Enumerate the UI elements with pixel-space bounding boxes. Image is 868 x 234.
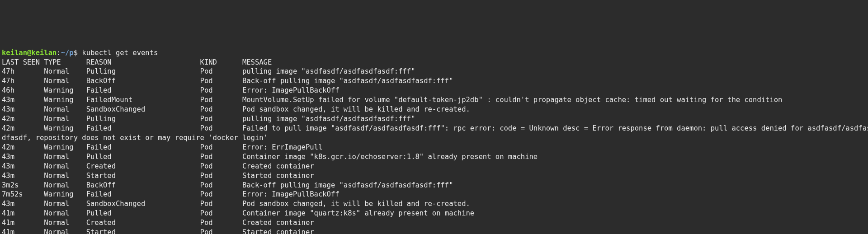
event-row: 41m Normal Created Pod Created container <box>2 219 314 227</box>
event-row: 42m Warning Failed Pod Failed to pull im… <box>2 124 868 132</box>
event-row: 43m Normal SandboxChanged Pod Pod sandbo… <box>2 200 470 208</box>
prompt-at: @ <box>27 49 31 57</box>
event-row: 43m Normal SandboxChanged Pod Pod sandbo… <box>2 105 470 113</box>
prompt-host: keilan <box>31 49 57 57</box>
prompt-colon: : <box>57 49 61 57</box>
event-row: 41m Normal Pulled Pod Container image "q… <box>2 209 474 217</box>
header-row: LAST SEEN TYPE REASON KIND MESSAGE <box>2 58 272 66</box>
prompt-path: ~/p <box>61 49 74 57</box>
event-row: 7m52s Warning Failed Pod Error: ImagePul… <box>2 190 340 198</box>
output-area: LAST SEEN TYPE REASON KIND MESSAGE 47h N… <box>2 58 868 234</box>
event-row: 41m Normal Started Pod Started container <box>2 228 314 234</box>
event-row: 3m2s Normal BackOff Pod Back-off pulling… <box>2 181 453 189</box>
event-row: dfasdf, repository does not exist or may… <box>2 134 268 142</box>
event-row: 43m Normal Pulled Pod Container image "k… <box>2 153 538 161</box>
event-row: 42m Normal Pulling Pod pulling image "as… <box>2 115 415 123</box>
event-row: 47h Normal Pulling Pod pulling image "as… <box>2 67 415 75</box>
prompt-user: keilan <box>2 49 27 57</box>
event-row: 43m Normal Created Pod Created container <box>2 162 314 170</box>
event-row: 47h Normal BackOff Pod Back-off pulling … <box>2 77 453 85</box>
prompt-dollar: $ <box>74 49 82 57</box>
terminal[interactable]: keilan@keilan:~/p$ kubectl get events LA… <box>0 47 868 234</box>
event-row: 43m Normal Started Pod Started container <box>2 172 314 180</box>
event-row: 43m Warning FailedMount Pod MountVolume.… <box>2 96 782 104</box>
event-row: 46h Warning Failed Pod Error: ImagePullB… <box>2 86 340 94</box>
command-text: kubectl get events <box>82 49 158 57</box>
event-row: 42m Warning Failed Pod Error: ErrImagePu… <box>2 143 322 151</box>
